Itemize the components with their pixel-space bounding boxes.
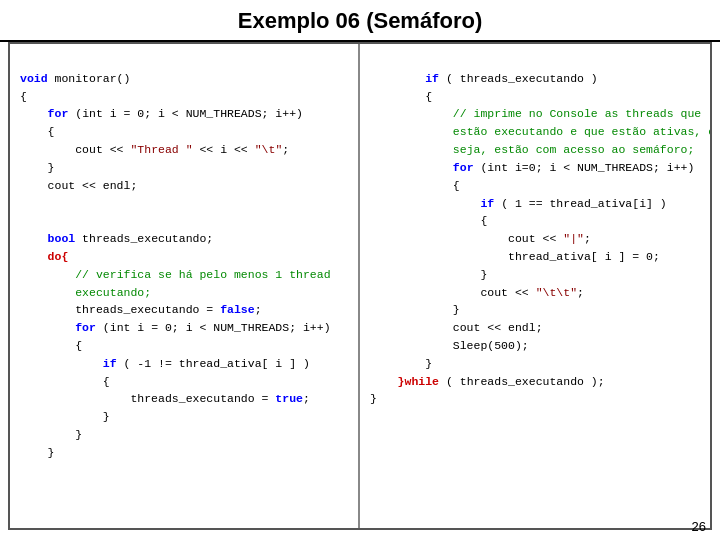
code-line: void monitorar() bbox=[20, 72, 130, 85]
code-line: }while ( threads_executando ); bbox=[370, 375, 605, 388]
code-line: for (int i=0; i < NUM_THREADS; i++) bbox=[370, 161, 694, 174]
right-code-panel: if ( threads_executando ) { // imprime n… bbox=[360, 44, 710, 528]
code-line: { bbox=[20, 125, 55, 138]
code-line: seja, estão com acesso ao semáforo; bbox=[370, 143, 694, 156]
page-title: Exemplo 06 (Semáforo) bbox=[0, 0, 720, 42]
code-line: for (int i = 0; i < NUM_THREADS; i++) bbox=[20, 107, 303, 120]
code-line: { bbox=[20, 339, 82, 352]
code-line: cout << "\t\t"; bbox=[370, 286, 584, 299]
code-line: } bbox=[370, 357, 432, 370]
code-line: if ( -1 != thread_ativa[ i ] ) bbox=[20, 357, 310, 370]
code-line: threads_executando = false; bbox=[20, 303, 262, 316]
code-line: cout << "|"; bbox=[370, 232, 591, 245]
code-line: { bbox=[370, 214, 487, 227]
code-line: } bbox=[20, 161, 55, 174]
code-line: } bbox=[20, 428, 82, 441]
code-line: { bbox=[20, 375, 110, 388]
code-line: thread_ativa[ i ] = 0; bbox=[370, 250, 660, 263]
page-number: 26 bbox=[692, 519, 706, 534]
left-code-panel: void monitorar() { for (int i = 0; i < N… bbox=[10, 44, 360, 528]
code-line: } bbox=[370, 303, 460, 316]
code-line: { bbox=[370, 179, 460, 192]
code-line: cout << endl; bbox=[20, 179, 137, 192]
code-line: } bbox=[370, 268, 487, 281]
code-line: } bbox=[20, 446, 55, 459]
code-line: if ( 1 == thread_ativa[i] ) bbox=[370, 197, 667, 210]
code-line: cout << "Thread " << i << "\t"; bbox=[20, 143, 289, 156]
left-code-block: void monitorar() { for (int i = 0; i < N… bbox=[20, 52, 348, 480]
code-line: do{ bbox=[20, 250, 68, 263]
code-line: } bbox=[370, 392, 377, 405]
code-line: estão executando e que estão ativas, ou bbox=[370, 125, 710, 138]
code-line: if ( threads_executando ) bbox=[370, 72, 598, 85]
code-line: bool threads_executando; bbox=[20, 232, 213, 245]
code-line: { bbox=[20, 90, 27, 103]
right-code-block: if ( threads_executando ) { // imprime n… bbox=[370, 52, 700, 426]
code-line: threads_executando = true; bbox=[20, 392, 310, 405]
code-line: } bbox=[20, 410, 110, 423]
code-line: Sleep(500); bbox=[370, 339, 529, 352]
code-line: for (int i = 0; i < NUM_THREADS; i++) bbox=[20, 321, 331, 334]
code-line: // verifica se há pelo menos 1 thread bbox=[20, 268, 331, 281]
code-line: cout << endl; bbox=[370, 321, 543, 334]
code-line: executando; bbox=[20, 286, 151, 299]
code-line: // imprime no Console as threads que bbox=[370, 107, 701, 120]
code-line: { bbox=[370, 90, 432, 103]
